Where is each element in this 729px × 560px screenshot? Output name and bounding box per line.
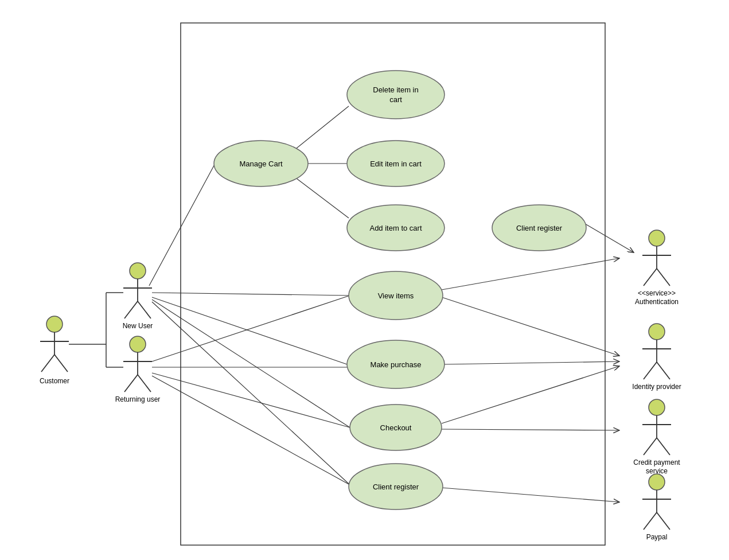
svg-line-15 xyxy=(138,375,151,392)
view-to-auth xyxy=(442,258,619,290)
clientreg-to-paypal xyxy=(442,488,619,502)
svg-line-30 xyxy=(657,438,670,455)
svg-line-25 xyxy=(657,362,670,379)
svg-line-35 xyxy=(657,512,670,530)
svg-line-29 xyxy=(644,438,657,455)
svg-line-19 xyxy=(644,269,657,286)
use-case-purchase-label: Make purchase xyxy=(371,360,422,369)
actor-identity-provider: Identity provider xyxy=(632,324,681,391)
actor-customer: Customer xyxy=(40,316,69,385)
svg-line-34 xyxy=(644,512,657,530)
svg-line-10 xyxy=(138,301,151,318)
svg-point-21 xyxy=(649,324,665,340)
actor-auth-label1: <<service>> xyxy=(638,289,676,297)
returning-to-view xyxy=(152,295,350,361)
manage-to-add xyxy=(290,173,349,218)
actor-credit-label1: Credit payment xyxy=(633,458,680,466)
view-to-identity xyxy=(442,297,619,356)
actor-customer-label: Customer xyxy=(40,377,69,385)
svg-point-26 xyxy=(649,399,665,415)
svg-point-6 xyxy=(130,263,146,279)
use-case-manage-label: Manage Cart xyxy=(239,160,283,168)
newuser-to-manage xyxy=(149,164,215,286)
purchase-to-identity xyxy=(445,361,619,364)
newuser-to-view xyxy=(152,293,350,295)
svg-line-24 xyxy=(644,362,657,379)
use-case-delete-item xyxy=(347,71,445,119)
use-case-checkout-label: Checkout xyxy=(380,423,412,432)
use-case-delete-label: Delete item in xyxy=(373,85,418,94)
newuser-to-clientreg xyxy=(152,302,350,485)
use-case-client-reg-bottom-label: Client register xyxy=(373,483,419,491)
svg-point-31 xyxy=(649,474,665,490)
use-case-edit-label: Edit item in cart xyxy=(370,160,422,168)
checkout-to-credit xyxy=(442,429,619,430)
returning-to-checkout xyxy=(152,373,350,427)
actor-paypal-label: Paypal xyxy=(646,533,668,541)
svg-line-20 xyxy=(657,269,670,286)
returning-to-clientreg xyxy=(152,376,350,485)
use-case-view-label: View items xyxy=(378,291,414,300)
actor-paypal: Paypal xyxy=(642,474,671,541)
newuser-to-purchase xyxy=(152,297,347,364)
newuser-to-checkout xyxy=(152,300,350,427)
actor-credit-payment: Credit payment service xyxy=(633,399,680,475)
actor-new-user-label: New User xyxy=(123,322,153,330)
uml-diagram: Delete item in cart Manage Cart Edit ite… xyxy=(0,0,729,560)
use-case-add-label: Add item to cart xyxy=(369,224,422,232)
manage-to-delete xyxy=(290,106,349,154)
svg-line-4 xyxy=(41,355,54,372)
use-case-delete-label2: cart xyxy=(389,95,402,104)
checkout-to-identity xyxy=(442,366,619,423)
svg-line-5 xyxy=(54,355,68,372)
diagram-container: Delete item in cart Manage Cart Edit ite… xyxy=(0,0,729,560)
actor-returning-user-label: Returning user xyxy=(115,395,161,403)
actor-identity-label: Identity provider xyxy=(632,383,681,391)
actor-new-user: New User xyxy=(123,263,153,330)
svg-point-1 xyxy=(46,316,63,332)
actor-auth-label2: Authentication xyxy=(635,298,679,306)
actor-returning-user: Returning user xyxy=(115,336,161,403)
svg-point-16 xyxy=(649,230,665,246)
use-case-client-reg-top-label: Client register xyxy=(516,224,563,232)
clientreg-top-to-auth xyxy=(585,224,634,252)
svg-line-9 xyxy=(124,301,138,318)
svg-line-14 xyxy=(124,375,138,392)
svg-point-11 xyxy=(130,336,146,352)
actor-authentication: <<service>> Authentication xyxy=(635,230,679,306)
